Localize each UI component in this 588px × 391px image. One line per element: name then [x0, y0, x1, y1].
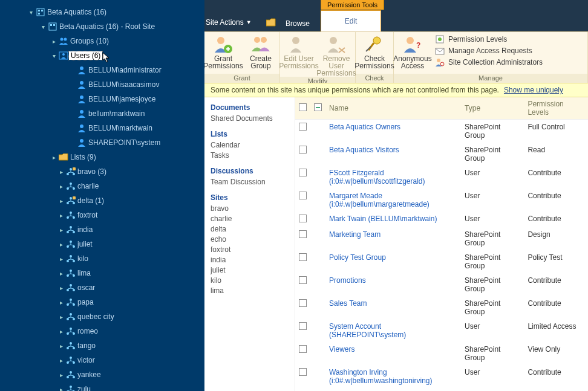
- row-checkbox[interactable]: [299, 123, 307, 131]
- ql-site-item[interactable]: india: [211, 256, 295, 264]
- row-checkbox[interactable]: [299, 322, 307, 330]
- ql-site-item[interactable]: kilo: [211, 276, 295, 285]
- row-checkbox[interactable]: [299, 368, 307, 376]
- principal-link[interactable]: FScott Fitzgerald: [329, 169, 384, 177]
- tree-user-item[interactable]: SHAREPOINT\system: [2, 135, 204, 150]
- ql-sites-head[interactable]: Sites: [211, 193, 295, 202]
- expand-icon[interactable]: ▸: [57, 357, 65, 364]
- ql-site-item[interactable]: charlie: [211, 215, 295, 223]
- tree-subsite[interactable]: ▸victor: [2, 353, 204, 367]
- check-permissions-button[interactable]: CheckPermissions: [356, 32, 393, 74]
- ql-calendar[interactable]: Calendar: [211, 141, 295, 149]
- row-checkbox[interactable]: [299, 169, 307, 176]
- tree-subsite[interactable]: ▸zulu: [2, 382, 204, 391]
- ql-shared-documents[interactable]: Shared Documents: [211, 114, 295, 123]
- ql-tasks[interactable]: Tasks: [211, 151, 295, 160]
- ql-documents-head[interactable]: Documents: [211, 103, 295, 112]
- principal-link[interactable]: Policy Test Group: [329, 253, 386, 262]
- col-permission-levels[interactable]: Permission Levels: [524, 97, 588, 120]
- ql-site-item[interactable]: lima: [211, 286, 295, 295]
- show-unique-link[interactable]: Show me uniquely: [504, 86, 563, 94]
- tree-users[interactable]: ▾ Users (6): [2, 48, 204, 63]
- expand-icon[interactable]: ▸: [57, 256, 65, 262]
- tree-user-item[interactable]: BELLUM\isaacasimov: [2, 77, 204, 92]
- ql-team-discussion[interactable]: Team Discussion: [211, 178, 295, 186]
- tree-user-item[interactable]: BELLUM\administrator: [2, 63, 204, 77]
- principal-link[interactable]: Sales Team: [329, 299, 367, 308]
- tree-subsite[interactable]: ▸foxtrot: [2, 208, 204, 222]
- permission-levels-link[interactable]: Permission Levels: [435, 34, 543, 44]
- ql-site-item[interactable]: echo: [211, 235, 295, 244]
- expand-icon[interactable]: ▸: [50, 154, 58, 161]
- expand-icon[interactable]: ▸: [57, 314, 65, 320]
- ql-site-item[interactable]: delta: [211, 225, 295, 233]
- col-name[interactable]: Name: [325, 97, 461, 120]
- tree-subsite[interactable]: ▸india: [2, 222, 204, 237]
- principal-link[interactable]: Mark Twain (BELLUM\marktwain): [329, 215, 437, 223]
- collapse-icon[interactable]: ▾: [39, 24, 47, 30]
- row-checkbox[interactable]: [299, 215, 307, 222]
- select-all-master-checkbox[interactable]: [314, 103, 322, 111]
- expand-icon[interactable]: ▸: [57, 270, 65, 277]
- tree-subsite[interactable]: ▸juliet: [2, 237, 204, 251]
- tree-user-item[interactable]: bellum\marktwain: [2, 106, 204, 121]
- select-all-checkbox[interactable]: [299, 103, 307, 111]
- row-checkbox[interactable]: [299, 345, 307, 353]
- tree-groups[interactable]: ▸ Groups (10): [2, 34, 204, 48]
- principal-link[interactable]: Beta Aquatics Owners: [329, 123, 400, 131]
- col-type[interactable]: Type: [461, 97, 524, 120]
- expand-icon[interactable]: ▸: [57, 227, 65, 233]
- quick-launch[interactable]: Documents Shared Documents Lists Calenda…: [204, 97, 295, 391]
- expand-icon[interactable]: ▸: [57, 343, 65, 349]
- tree-subsite[interactable]: ▸charlie: [2, 179, 204, 193]
- site-collection-admins-link[interactable]: Site Collection Administrators: [435, 57, 543, 67]
- row-checkbox[interactable]: [299, 276, 307, 284]
- tree-subsite[interactable]: ▸kilo: [2, 251, 204, 266]
- expand-icon[interactable]: ▸: [57, 299, 65, 306]
- principal-link[interactable]: Marketing Team: [329, 230, 381, 239]
- expand-icon[interactable]: ▸: [57, 328, 65, 335]
- tree-subsite[interactable]: ▸bravo (3): [2, 164, 204, 179]
- create-group-button[interactable]: CreateGroup: [242, 32, 279, 74]
- ql-lists-head[interactable]: Lists: [211, 130, 295, 138]
- tree-subsite[interactable]: ▸tango: [2, 338, 204, 353]
- navigate-up-icon[interactable]: [266, 18, 276, 27]
- principal-link[interactable]: Washington Irving: [329, 368, 387, 376]
- expand-icon[interactable]: ▸: [57, 241, 65, 248]
- row-checkbox[interactable]: [299, 146, 307, 153]
- manage-access-requests-link[interactable]: Manage Access Requests: [435, 46, 543, 56]
- ql-site-item[interactable]: foxtrot: [211, 245, 295, 254]
- tree-root-site[interactable]: ▾ Beta Aquatics (16) - Root Site: [2, 19, 204, 34]
- site-tree[interactable]: ▾ Beta Aquatics (16) ▾ Beta Aquatics (16…: [0, 0, 204, 391]
- grant-permissions-button[interactable]: GrantPermissions: [204, 32, 242, 74]
- principal-link[interactable]: Margaret Meade: [329, 192, 382, 200]
- tree-root[interactable]: ▾ Beta Aquatics (16): [2, 5, 204, 19]
- principal-link[interactable]: System Account (SHAREPOINT\system): [329, 322, 406, 339]
- tab-browse[interactable]: Browse: [286, 19, 310, 28]
- expand-icon[interactable]: ▸: [57, 169, 65, 175]
- collapse-icon[interactable]: ▾: [50, 53, 58, 59]
- tab-edit[interactable]: Edit: [321, 10, 381, 31]
- expand-icon[interactable]: ▸: [57, 198, 65, 204]
- principal-link[interactable]: Beta Aquatics Visitors: [329, 146, 399, 154]
- tree-subsite[interactable]: ▸yankee: [2, 367, 204, 382]
- tree-subsite[interactable]: ▸lima: [2, 266, 204, 280]
- row-checkbox[interactable]: [299, 192, 307, 199]
- row-checkbox[interactable]: [299, 253, 307, 261]
- expand-icon[interactable]: ▸: [57, 212, 65, 219]
- anonymous-access-button[interactable]: ? AnonymousAccess: [394, 32, 431, 74]
- row-checkbox[interactable]: [299, 230, 307, 238]
- tree-subsite[interactable]: ▸oscar: [2, 280, 204, 295]
- expand-icon[interactable]: ▸: [50, 38, 58, 45]
- tree-subsite[interactable]: ▸delta (1): [2, 193, 204, 208]
- ql-site-item[interactable]: bravo: [211, 204, 295, 213]
- collapse-icon[interactable]: ▾: [27, 9, 35, 16]
- tree-subsite[interactable]: ▸papa: [2, 295, 204, 309]
- expand-icon[interactable]: ▸: [57, 372, 65, 378]
- row-checkbox[interactable]: [299, 299, 307, 307]
- expand-icon[interactable]: ▸: [57, 386, 65, 392]
- ql-site-item[interactable]: juliet: [211, 266, 295, 274]
- tree-subsite[interactable]: ▸romeo: [2, 324, 204, 338]
- tree-subsite[interactable]: ▸quebec city: [2, 309, 204, 324]
- expand-icon[interactable]: ▸: [57, 183, 65, 190]
